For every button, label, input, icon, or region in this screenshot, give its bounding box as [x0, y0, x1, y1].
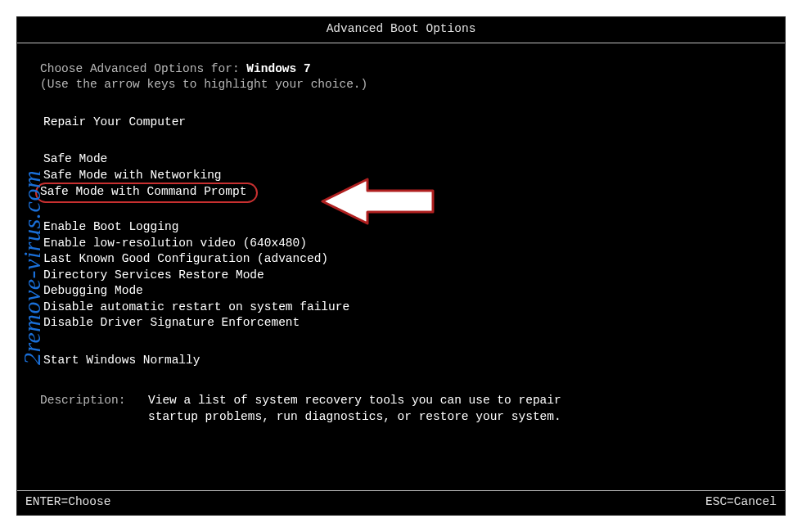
menu-group-2: Enable Boot Logging Enable low-resolutio… — [40, 219, 762, 331]
menu-start-normally[interactable]: Start Windows Normally — [40, 353, 762, 369]
menu-low-res[interactable]: Enable low-resolution video (640x480) — [40, 236, 762, 252]
highlight-ring: Safe Mode with Command Prompt — [35, 183, 258, 203]
menu-safe-mode[interactable]: Safe Mode — [40, 151, 762, 168]
menu-last-known-good[interactable]: Last Known Good Configuration (advanced) — [40, 251, 762, 268]
menu-boot-logging[interactable]: Enable Boot Logging — [40, 219, 762, 236]
footer-bar: ENTER=Choose ESC=Cancel — [17, 490, 785, 515]
os-name: Windows 7 — [246, 62, 310, 75]
menu-ds-restore[interactable]: Directory Services Restore Mode — [40, 268, 762, 284]
menu-group-3: Start Windows Normally — [40, 353, 762, 369]
content-area: Choose Advanced Options for: Windows 7 (… — [17, 43, 785, 369]
menu-safe-mode-cmd[interactable]: Safe Mode with Command Prompt — [40, 183, 762, 203]
menu-disable-driver-sig[interactable]: Disable Driver Signature Enforcement — [40, 315, 762, 331]
menu-disable-auto-restart[interactable]: Disable automatic restart on system fail… — [40, 300, 762, 316]
description-row: Description: View a list of system recov… — [17, 368, 785, 425]
description-label: Description: — [40, 393, 148, 425]
hint-line: (Use the arrow keys to highlight your ch… — [40, 77, 762, 93]
menu-debugging[interactable]: Debugging Mode — [40, 283, 762, 300]
screen-title: Advanced Boot Options — [327, 22, 476, 35]
menu-safe-mode-networking[interactable]: Safe Mode with Networking — [40, 168, 762, 184]
description-text: View a list of system recovery tools you… — [148, 393, 606, 425]
footer-esc: ESC=Cancel — [705, 494, 777, 511]
title-bar: Advanced Boot Options — [17, 17, 785, 43]
menu-group-1: Safe Mode Safe Mode with Networking Safe… — [40, 151, 762, 203]
footer-enter: ENTER=Choose — [25, 494, 110, 511]
boot-screen: Advanced Boot Options Choose Advanced Op… — [16, 16, 786, 516]
choose-line: Choose Advanced Options for: Windows 7 — [40, 61, 762, 78]
menu-repair[interactable]: Repair Your Computer — [40, 115, 762, 131]
